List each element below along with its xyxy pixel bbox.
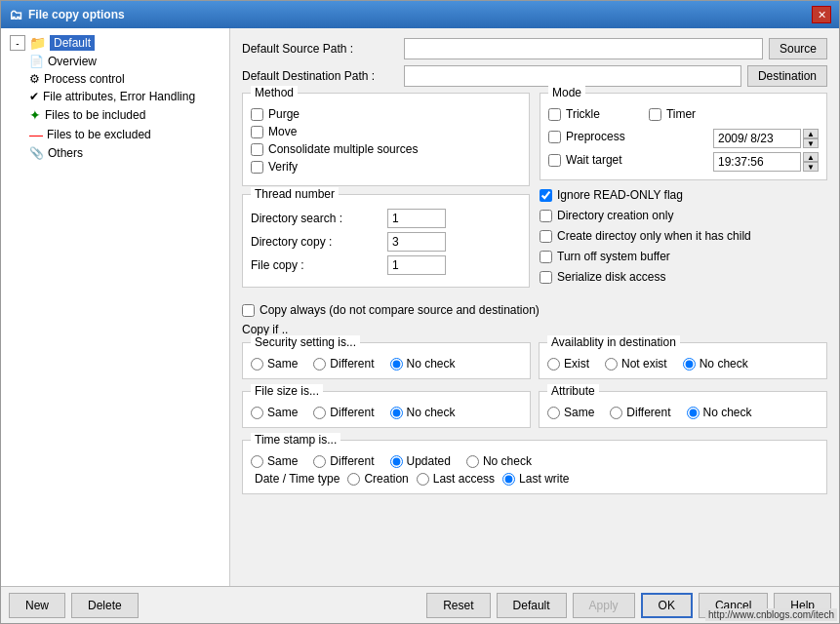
purge-label: Purge bbox=[268, 107, 300, 121]
source-path-row: Default Source Path : Source bbox=[242, 38, 827, 59]
avail-exist[interactable]: Exist bbox=[547, 357, 589, 370]
dir-copy-input[interactable] bbox=[387, 232, 446, 252]
sidebar-item-process[interactable]: ⚙ Process control bbox=[25, 70, 224, 88]
avail-nocheck[interactable]: No check bbox=[683, 357, 748, 370]
filesize-different-radio[interactable] bbox=[313, 407, 326, 419]
reset-button[interactable]: Reset bbox=[426, 593, 490, 618]
copy-always-checkbox[interactable] bbox=[242, 304, 255, 317]
dir-search-input[interactable] bbox=[387, 209, 446, 228]
security-same[interactable]: Same bbox=[251, 357, 298, 370]
time-up-btn[interactable]: ▲ bbox=[803, 152, 819, 162]
sidebar-item-fileattr[interactable]: ✔ File attributes, Error Handling bbox=[25, 88, 224, 105]
delete-button[interactable]: Delete bbox=[71, 593, 139, 618]
create-dir-checkbox[interactable] bbox=[540, 230, 552, 243]
consolidate-checkbox[interactable] bbox=[251, 143, 263, 156]
move-checkbox[interactable] bbox=[251, 126, 263, 138]
avail-nocheck-radio[interactable] bbox=[683, 358, 696, 370]
main-window: 🗂 File copy options ✕ - 📁 Default 📄 Over… bbox=[0, 0, 840, 624]
preprocess-checkbox[interactable] bbox=[548, 131, 561, 143]
dt-lastaccess-radio[interactable] bbox=[417, 473, 429, 486]
move-label: Move bbox=[268, 125, 297, 138]
turn-off-buffer-checkbox[interactable] bbox=[540, 251, 552, 263]
dest-button[interactable]: Destination bbox=[747, 65, 827, 87]
time-input[interactable] bbox=[713, 152, 801, 172]
availability-group: Availablity in destination Exist Not exi… bbox=[539, 342, 827, 379]
filesize-nocheck-radio[interactable] bbox=[390, 407, 403, 419]
dt-creation[interactable]: Creation bbox=[347, 472, 408, 486]
ts-updated[interactable]: Updated bbox=[390, 454, 451, 468]
ts-updated-radio[interactable] bbox=[390, 455, 403, 468]
filesize-same[interactable]: Same bbox=[251, 406, 298, 419]
avail-exist-radio[interactable] bbox=[547, 358, 560, 370]
sidebar-label-process: Process control bbox=[44, 72, 125, 86]
sidebar-item-overview[interactable]: 📄 Overview bbox=[25, 53, 224, 70]
ok-button[interactable]: OK bbox=[641, 593, 693, 618]
attr-same-radio[interactable] bbox=[547, 407, 560, 419]
security-same-radio[interactable] bbox=[251, 358, 263, 370]
flags-section: Ignore READ-ONLY flag Directory creation… bbox=[540, 188, 827, 288]
avail-notexist-radio[interactable] bbox=[605, 358, 618, 370]
dt-lastwrite-radio[interactable] bbox=[502, 473, 515, 486]
file-copy-input[interactable] bbox=[387, 255, 446, 275]
attr-nocheck-radio[interactable] bbox=[687, 407, 700, 419]
date-input[interactable] bbox=[713, 129, 801, 148]
date-up-btn[interactable]: ▲ bbox=[803, 129, 819, 138]
new-button[interactable]: New bbox=[9, 593, 65, 618]
security-different[interactable]: Different bbox=[313, 357, 374, 370]
attr-nocheck[interactable]: No check bbox=[687, 406, 752, 419]
title-bar: 🗂 File copy options ✕ bbox=[1, 1, 839, 28]
preprocess-label: Preprocess bbox=[566, 130, 625, 143]
apply-button[interactable]: Apply bbox=[573, 593, 635, 618]
source-button[interactable]: Source bbox=[769, 38, 827, 59]
serialize-checkbox[interactable] bbox=[540, 271, 552, 284]
trickle-label: Trickle bbox=[566, 107, 600, 121]
folder-icon: 📁 bbox=[29, 35, 46, 51]
attr-different-radio[interactable] bbox=[610, 407, 622, 419]
source-path-input[interactable] bbox=[404, 38, 763, 59]
dt-lastwrite[interactable]: Last write bbox=[502, 472, 569, 486]
time-down-btn[interactable]: ▼ bbox=[803, 162, 819, 172]
expand-icon[interactable]: - bbox=[10, 35, 25, 51]
filesize-nocheck-label: No check bbox=[407, 406, 456, 419]
verify-checkbox[interactable] bbox=[251, 161, 263, 174]
dt-creation-radio[interactable] bbox=[347, 473, 360, 486]
attr-different[interactable]: Different bbox=[610, 406, 670, 419]
ts-different-radio[interactable] bbox=[313, 455, 326, 468]
security-nocheck-radio[interactable] bbox=[390, 358, 403, 370]
filesize-nocheck[interactable]: No check bbox=[390, 406, 456, 419]
avail-notexist-label: Not exist bbox=[621, 357, 667, 370]
copy-always-label: Copy always (do not compare source and d… bbox=[260, 303, 540, 317]
ts-same-radio[interactable] bbox=[251, 455, 263, 468]
left-top: Method Purge Move bbox=[242, 93, 530, 295]
attr-same[interactable]: Same bbox=[547, 406, 594, 419]
timer-checkbox[interactable] bbox=[649, 108, 661, 121]
filesize-different[interactable]: Different bbox=[313, 406, 374, 419]
close-button[interactable]: ✕ bbox=[812, 6, 831, 23]
sidebar-root[interactable]: - 📁 Default bbox=[6, 33, 224, 53]
sidebar-root-label[interactable]: Default bbox=[50, 35, 95, 51]
date-down-btn[interactable]: ▼ bbox=[803, 138, 819, 148]
ignore-readonly-checkbox[interactable] bbox=[540, 189, 552, 202]
dir-creation-checkbox[interactable] bbox=[540, 210, 552, 222]
security-different-radio[interactable] bbox=[313, 358, 326, 370]
ts-updated-label: Updated bbox=[407, 454, 451, 468]
sidebar-item-exclude[interactable]: — Files to be excluded bbox=[25, 125, 224, 144]
filesize-different-label: Different bbox=[330, 406, 374, 419]
filesize-same-radio[interactable] bbox=[251, 407, 263, 419]
method-title: Method bbox=[251, 86, 298, 99]
wait-target-checkbox[interactable] bbox=[548, 154, 561, 167]
thread-title: Thread number bbox=[251, 187, 339, 201]
dest-path-input[interactable] bbox=[404, 65, 741, 87]
default-button[interactable]: Default bbox=[497, 593, 567, 618]
ts-nocheck-radio[interactable] bbox=[466, 455, 479, 468]
ts-nocheck[interactable]: No check bbox=[466, 454, 532, 468]
ts-same[interactable]: Same bbox=[251, 454, 298, 468]
ts-different[interactable]: Different bbox=[313, 454, 374, 468]
dt-lastaccess[interactable]: Last access bbox=[417, 472, 495, 486]
avail-notexist[interactable]: Not exist bbox=[605, 357, 667, 370]
trickle-checkbox[interactable] bbox=[548, 108, 561, 121]
sidebar-item-others[interactable]: 📎 Others bbox=[25, 144, 224, 162]
security-nocheck[interactable]: No check bbox=[390, 357, 456, 370]
sidebar-item-include[interactable]: ✦ Files to be included bbox=[25, 105, 224, 125]
purge-checkbox[interactable] bbox=[251, 108, 263, 121]
